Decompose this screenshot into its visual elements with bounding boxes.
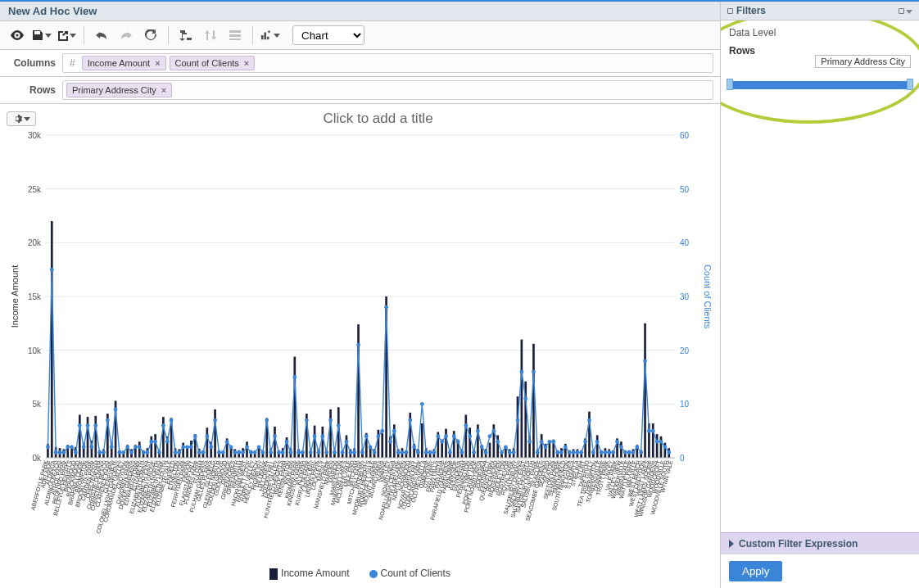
view-title: New Ad Hoc View [8,5,97,17]
svg-point-206 [129,450,134,455]
svg-point-215 [165,440,169,444]
chip-remove-icon[interactable]: × [155,58,160,68]
filters-panel-header: Filters [721,2,919,20]
slider-handle-right[interactable] [907,79,913,90]
svg-point-335 [643,359,647,363]
svg-point-191 [70,445,74,449]
measure-icon: # [66,57,79,69]
svg-point-194 [81,445,85,449]
svg-point-268 [376,434,380,438]
sort-button[interactable] [200,25,221,46]
svg-point-337 [650,429,654,433]
chip-label: Income Amount [88,58,150,68]
svg-point-280 [423,450,428,455]
svg-point-249 [301,450,305,455]
svg-point-225 [205,434,209,438]
chip-remove-icon[interactable]: × [161,85,166,95]
svg-point-244 [280,450,284,455]
svg-rect-40 [94,416,97,458]
svg-point-240 [265,418,269,423]
save-button[interactable] [31,25,52,46]
svg-point-261 [348,450,352,455]
svg-point-263 [356,343,360,347]
chart-title-input[interactable]: Click to add a title [43,111,713,127]
chip-income-amount[interactable]: Income Amount × [82,56,166,70]
svg-point-0 [16,34,18,36]
svg-rect-2 [229,34,241,37]
svg-point-208 [137,445,141,449]
apply-row: Apply [721,554,919,588]
svg-point-211 [149,440,153,444]
rows-slider[interactable] [729,81,911,89]
svg-point-196 [89,445,93,449]
slider-handle-left[interactable] [727,79,733,90]
svg-rect-64 [190,441,192,458]
svg-rect-182 [659,436,662,458]
svg-point-253 [316,450,320,455]
columns-dropzone[interactable]: # Income Amount × Count of Clients × [62,53,713,73]
svg-rect-111 [377,430,379,458]
svg-point-218 [177,450,181,455]
chart-plot[interactable]: 0k5k10k15k20k25k30k0102030405060ABERFOYL… [8,130,713,564]
apply-button[interactable]: Apply [729,561,782,581]
svg-point-199 [102,450,106,455]
svg-point-221 [189,445,193,449]
svg-point-210 [145,450,149,455]
svg-text:0k: 0k [32,454,42,463]
canvas-settings-button[interactable] [7,111,36,126]
svg-rect-134 [469,427,471,458]
svg-point-247 [292,375,297,379]
svg-rect-181 [655,434,658,458]
svg-point-271 [388,440,392,444]
svg-point-315 [563,445,567,449]
svg-rect-78 [246,441,248,458]
chip-primary-city[interactable]: Primary Address City × [66,83,172,97]
svg-rect-3 [229,38,241,40]
undo-button[interactable] [91,25,112,46]
svg-point-190 [66,445,70,449]
svg-point-341 [667,450,671,455]
panel-menu-button[interactable] [899,5,912,16]
svg-point-203 [117,450,121,455]
reset-button[interactable] [140,25,161,46]
svg-point-330 [622,450,627,455]
svg-point-241 [269,450,273,455]
display-mode-select[interactable]: Chart Table Crosstab [292,25,364,45]
svg-point-256 [328,418,333,423]
svg-point-299 [500,450,504,455]
svg-point-245 [284,440,288,444]
svg-point-197 [93,423,97,427]
svg-point-288 [455,440,460,444]
svg-point-302 [511,450,515,455]
rows-dropzone[interactable]: Primary Address City × [62,80,713,100]
export-button[interactable] [56,25,77,46]
chip-remove-icon[interactable]: × [244,58,249,68]
svg-point-187 [53,450,57,455]
svg-text:10k: 10k [27,346,41,355]
chip-count-clients[interactable]: Count of Clients × [170,56,256,70]
pivot-button[interactable] [175,25,197,46]
svg-point-274 [400,450,404,455]
edit-input-button[interactable] [224,25,246,46]
custom-filter-expression-toggle[interactable]: Custom Filter Expression [721,532,919,554]
svg-point-230 [224,440,229,444]
svg-point-239 [260,450,265,455]
chart-options-button[interactable] [260,25,281,46]
svg-rect-29 [50,221,52,458]
svg-point-205 [125,445,129,449]
svg-point-313 [555,450,559,455]
svg-rect-172 [620,441,622,458]
preview-button[interactable] [7,25,28,46]
chip-label: Primary Address City [72,85,156,95]
svg-point-310 [543,445,547,449]
svg-text:20: 20 [680,346,690,355]
svg-point-227 [213,418,217,423]
svg-point-306 [527,440,532,444]
svg-point-252 [312,434,316,438]
svg-point-304 [519,370,523,374]
filter-token-primary-city[interactable]: Primary Address City [815,55,911,68]
svg-rect-1 [229,30,241,33]
svg-point-185 [46,445,50,449]
svg-point-224 [201,450,205,455]
redo-button[interactable] [115,25,137,46]
